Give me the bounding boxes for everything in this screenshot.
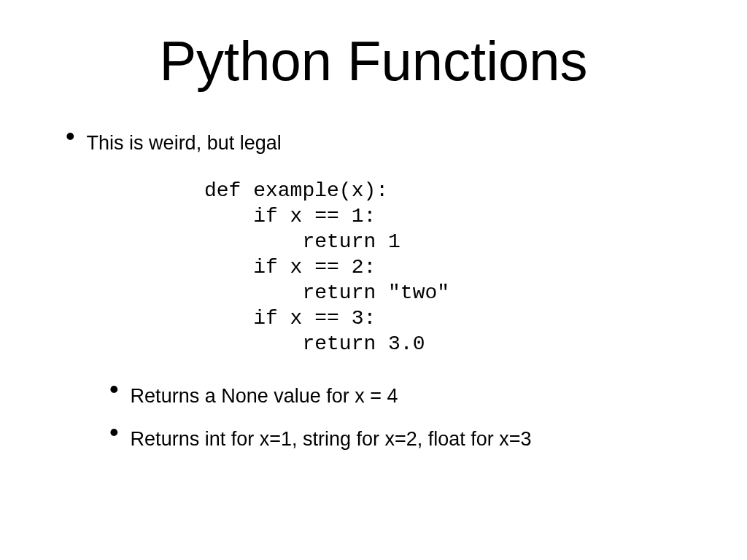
- slide-title: Python Functions: [44, 29, 703, 93]
- code-line-3: return 1: [204, 230, 400, 253]
- slide-content: Python Functions • This is weird, but le…: [0, 0, 747, 560]
- bullet-text-sub2: Returns int for x=1, string for x=2, flo…: [131, 425, 532, 452]
- code-line-5: return "two": [204, 281, 449, 304]
- bullet-item-main: • This is weird, but legal: [66, 129, 703, 156]
- bullet-item-sub2: • Returns int for x=1, string for x=2, f…: [109, 425, 703, 452]
- code-line-1: def example(x):: [204, 179, 388, 202]
- bullet-text-main: This is weird, but legal: [87, 129, 282, 156]
- code-line-4: if x == 2:: [204, 256, 376, 279]
- bullet-icon: •: [109, 382, 119, 397]
- code-block: def example(x): if x == 1: return 1 if x…: [204, 178, 703, 357]
- bullet-item-sub1: • Returns a None value for x = 4: [109, 382, 703, 409]
- bullet-icon: •: [66, 129, 75, 144]
- code-line-6: if x == 3:: [204, 307, 376, 330]
- sub-bullet-list: • Returns a None value for x = 4 • Retur…: [44, 382, 703, 452]
- main-bullet-list: • This is weird, but legal: [44, 129, 703, 156]
- code-line-2: if x == 1:: [204, 205, 376, 228]
- code-line-7: return 3.0: [204, 332, 425, 355]
- bullet-icon: •: [109, 425, 119, 440]
- bullet-text-sub1: Returns a None value for x = 4: [131, 382, 398, 409]
